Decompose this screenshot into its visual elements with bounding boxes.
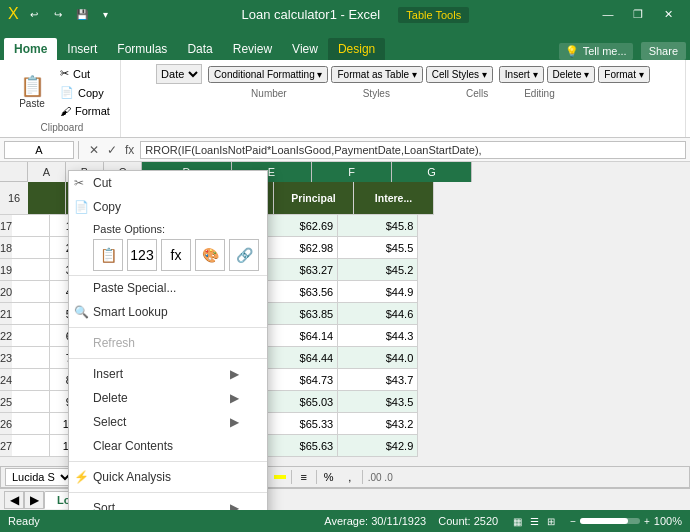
align-left-button[interactable]: ≡	[295, 468, 313, 486]
cell-a21[interactable]	[12, 303, 50, 325]
cell-g19[interactable]: $45.2	[338, 259, 418, 281]
cell-f24[interactable]: $64.73	[258, 369, 338, 391]
ctx-select[interactable]: Select ▶	[69, 410, 267, 434]
format-as-table-button[interactable]: Format as Table ▾	[331, 66, 422, 83]
row-header-22[interactable]: 22	[0, 325, 12, 347]
cell-f17[interactable]: $62.69	[258, 215, 338, 237]
cell-a25[interactable]	[12, 391, 50, 413]
cell-f25[interactable]: $65.03	[258, 391, 338, 413]
cell-f22[interactable]: $64.14	[258, 325, 338, 347]
cell-g21[interactable]: $44.6	[338, 303, 418, 325]
minimize-button[interactable]: —	[594, 4, 622, 24]
copy-ribbon-button[interactable]: 📄Copy	[56, 84, 114, 101]
scroll-sheet-left[interactable]: ◀	[4, 491, 24, 509]
tab-home[interactable]: Home	[4, 38, 57, 60]
cell-g23[interactable]: $44.0	[338, 347, 418, 369]
cell-a20[interactable]	[12, 281, 50, 303]
comma-button[interactable]: ,	[341, 468, 359, 486]
confirm-formula-icon[interactable]: ✓	[105, 143, 119, 157]
row-header-25[interactable]: 25	[0, 391, 12, 413]
font-family-select[interactable]: Lucida S	[5, 468, 74, 486]
cell-a22[interactable]	[12, 325, 50, 347]
paste-format-button[interactable]: 🎨	[195, 239, 225, 271]
cell-g22[interactable]: $44.3	[338, 325, 418, 347]
cell-a27[interactable]	[12, 435, 50, 457]
tab-review[interactable]: Review	[223, 38, 282, 60]
formula-input[interactable]: RROR(IF(LoanIsNotPaid*LoanIsGood,Payment…	[140, 141, 686, 159]
row-header-23[interactable]: 23	[0, 347, 12, 369]
conditional-format-button[interactable]: Conditional Formatting ▾	[208, 66, 328, 83]
cell-f23[interactable]: $64.44	[258, 347, 338, 369]
cell-g27[interactable]: $42.9	[338, 435, 418, 457]
row-header-24[interactable]: 24	[0, 369, 12, 391]
row-header-16[interactable]: 16	[0, 182, 28, 215]
cell-a23[interactable]	[12, 347, 50, 369]
cell-a26[interactable]	[12, 413, 50, 435]
row-header-26[interactable]: 26	[0, 413, 12, 435]
cell-g24[interactable]: $43.7	[338, 369, 418, 391]
paste-link-button[interactable]: 🔗	[229, 239, 259, 271]
customize-qa-button[interactable]: ▾	[95, 4, 117, 24]
ctx-paste-special[interactable]: Paste Special...	[69, 276, 267, 300]
scroll-sheet-right[interactable]: ▶	[24, 491, 44, 509]
tab-insert[interactable]: Insert	[57, 38, 107, 60]
ctx-clear-contents[interactable]: Clear Contents	[69, 434, 267, 458]
cell-g20[interactable]: $44.9	[338, 281, 418, 303]
cell-g17[interactable]: $45.8	[338, 215, 418, 237]
paste-values-button[interactable]: 123	[127, 239, 157, 271]
tab-view[interactable]: View	[282, 38, 328, 60]
percent-button[interactable]: %	[320, 468, 338, 486]
cell-a24[interactable]	[12, 369, 50, 391]
cell-f18[interactable]: $62.98	[258, 237, 338, 259]
format-cells-button[interactable]: Format ▾	[598, 66, 649, 83]
row-header-27[interactable]: 27	[0, 435, 12, 457]
paste-button[interactable]: 📋 Paste	[10, 72, 54, 113]
cell-g25[interactable]: $43.5	[338, 391, 418, 413]
cell-g16[interactable]: Intere...	[354, 182, 434, 215]
insert-function-icon[interactable]: fx	[123, 143, 136, 157]
col-header-f[interactable]: F	[312, 162, 392, 182]
save-button[interactable]: 💾	[71, 4, 93, 24]
cell-f20[interactable]: $63.56	[258, 281, 338, 303]
ctx-delete[interactable]: Delete ▶	[69, 386, 267, 410]
cell-f27[interactable]: $65.63	[258, 435, 338, 457]
cell-a18[interactable]	[12, 237, 50, 259]
insert-cells-button[interactable]: Insert ▾	[499, 66, 544, 83]
undo-button[interactable]: ↩	[23, 4, 45, 24]
ctx-quick-analysis[interactable]: ⚡ Quick Analysis	[69, 465, 267, 489]
paste-normal-button[interactable]: 📋	[93, 239, 123, 271]
delete-cells-button[interactable]: Delete ▾	[547, 66, 596, 83]
cell-f19[interactable]: $63.27	[258, 259, 338, 281]
format-painter-button[interactable]: 🖌Format	[56, 103, 114, 119]
cell-styles-button[interactable]: Cell Styles ▾	[426, 66, 493, 83]
ctx-cut[interactable]: ✂ Cut	[69, 171, 267, 195]
ctx-sort[interactable]: Sort ▶	[69, 496, 267, 510]
cell-a19[interactable]	[12, 259, 50, 281]
cell-a17[interactable]	[12, 215, 50, 237]
page-break-button[interactable]: ⊞	[544, 515, 558, 528]
maximize-button[interactable]: ❐	[624, 4, 652, 24]
row-header-21[interactable]: 21	[0, 303, 12, 325]
cancel-formula-icon[interactable]: ✕	[87, 143, 101, 157]
share-button[interactable]: Share	[641, 42, 686, 60]
tell-me-box[interactable]: 💡 Tell me...	[559, 43, 633, 60]
tab-design[interactable]: Design	[328, 38, 385, 60]
close-button[interactable]: ✕	[654, 4, 682, 24]
cell-f26[interactable]: $65.33	[258, 413, 338, 435]
tab-formulas[interactable]: Formulas	[107, 38, 177, 60]
cell-g26[interactable]: $43.2	[338, 413, 418, 435]
zoom-out-button[interactable]: −	[570, 516, 576, 527]
name-box[interactable]	[4, 141, 74, 159]
col-header-a[interactable]: A	[28, 162, 66, 182]
row-header-19[interactable]: 19	[0, 259, 12, 281]
cell-g18[interactable]: $45.5	[338, 237, 418, 259]
cell-f21[interactable]: $63.85	[258, 303, 338, 325]
tab-data[interactable]: Data	[177, 38, 222, 60]
cut-ribbon-button[interactable]: ✂Cut	[56, 65, 114, 82]
row-header-17[interactable]: 17	[0, 215, 12, 237]
zoom-in-button[interactable]: +	[644, 516, 650, 527]
number-format-select[interactable]: Date	[156, 64, 202, 84]
zoom-slider[interactable]	[580, 518, 640, 524]
row-header-18[interactable]: 18	[0, 237, 12, 259]
ctx-insert[interactable]: Insert ▶	[69, 362, 267, 386]
